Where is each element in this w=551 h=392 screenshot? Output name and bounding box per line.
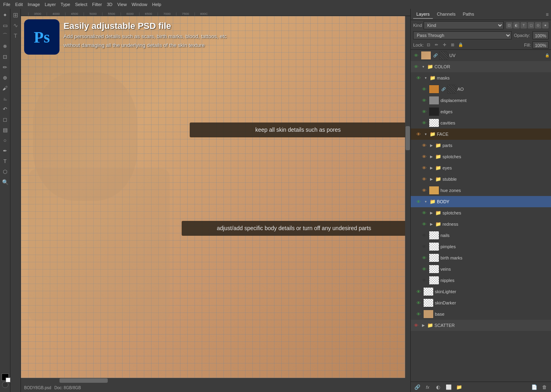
layer-eye-scatter[interactable]: 👁 <box>412 322 420 329</box>
tab-channels[interactable]: Channels <box>434 10 459 19</box>
layer-row-base[interactable]: 👁 base <box>411 308 551 320</box>
kind-icon-shape[interactable]: ◻ <box>528 22 534 29</box>
fx-button[interactable]: fx <box>424 383 432 391</box>
scroll-thumb-vertical[interactable] <box>406 126 410 150</box>
layer-expand-face[interactable]: ▾ <box>423 132 428 137</box>
layer-row-eyes[interactable]: 👁 ▶ 📁 eyes <box>411 162 551 174</box>
lock-transparent-icon[interactable]: ⊡ <box>425 42 432 48</box>
move-tool[interactable]: ✦ <box>1 10 10 19</box>
scroll-thumb-horizontal[interactable] <box>59 378 108 383</box>
crop-tool[interactable]: ⊡ <box>1 52 10 61</box>
canvas-scrollbar-horizontal[interactable] <box>21 378 405 383</box>
layer-row-nails[interactable]: 👁 nails <box>411 230 551 241</box>
layer-row-scatter-group[interactable]: 👁 ▶ 📁 SCATTER <box>411 320 551 331</box>
lock-all-icon[interactable]: 🔒 <box>457 42 464 48</box>
layer-row-skin-darker[interactable]: 👁 skinDarker <box>411 297 551 308</box>
menu-item-filter[interactable]: Filter <box>92 2 102 7</box>
layer-eye-splotches-body[interactable]: 👁 <box>420 209 428 216</box>
new-group-button[interactable]: 📁 <box>455 383 463 391</box>
layer-eye-base[interactable]: 👁 <box>415 310 422 318</box>
kind-select[interactable]: Kind <box>424 21 504 29</box>
layer-row-veins[interactable]: 👁 veins <box>411 263 551 275</box>
panel-menu-icon[interactable]: ≡ <box>546 12 549 17</box>
layer-eye-eyes[interactable]: 👁 <box>420 164 428 172</box>
menu-item-help[interactable]: Help <box>152 2 162 7</box>
delete-layer-button[interactable]: 🗑 <box>541 383 549 391</box>
layer-eye-hue-zones[interactable]: 👁 <box>420 187 428 194</box>
lock-artboard-icon[interactable]: ⊞ <box>449 42 456 48</box>
fill-value[interactable]: 100% <box>533 41 549 49</box>
layer-expand-splotches-face[interactable]: ▶ <box>429 154 434 159</box>
layer-eye-nails[interactable]: 👁 <box>420 232 428 239</box>
layer-eye-displacement[interactable]: 👁 <box>420 97 428 104</box>
opacity-value[interactable]: 100% <box>533 31 549 39</box>
history-tool[interactable]: ↶ <box>1 104 10 113</box>
layer-eye-edges[interactable]: 👁 <box>420 108 428 115</box>
layer-eye-body[interactable]: 👁 <box>415 198 422 205</box>
layer-eye-skin-lighter[interactable]: 👁 <box>415 288 422 295</box>
layer-eye-stubble[interactable]: 👁 <box>420 176 428 183</box>
tab-paths[interactable]: Paths <box>460 10 477 19</box>
layer-row-edges[interactable]: 👁 edges <box>411 106 551 117</box>
menu-item-window[interactable]: Window <box>131 2 147 7</box>
layer-row-stubble[interactable]: 👁 ▶ 📁 stubble <box>411 174 551 185</box>
menu-item-layer[interactable]: Layer <box>45 2 56 7</box>
layer-row-redness[interactable]: 👁 ▶ 📁 redness <box>411 218 551 230</box>
layer-row-masks[interactable]: 👁 ▾ 📁 masks <box>411 72 551 84</box>
adjustment-button[interactable]: ◐ <box>434 383 442 391</box>
gradient-tool[interactable]: ▤ <box>1 125 10 134</box>
lasso-tool[interactable]: ⌒ <box>1 31 10 40</box>
menu-item-select[interactable]: Select <box>75 2 88 7</box>
layer-expand-masks[interactable]: ▾ <box>423 76 428 80</box>
layer-eye-face[interactable]: 👁 <box>415 131 422 138</box>
layer-eye-veins[interactable]: 👁 <box>420 265 428 273</box>
layer-eye-redness[interactable]: 👁 <box>420 220 428 228</box>
zoom-tool[interactable]: 🔍 <box>1 178 10 186</box>
layer-expand-stubble[interactable]: ▶ <box>429 177 434 182</box>
layer-eye-cavities[interactable]: 👁 <box>420 119 428 127</box>
layer-row-skin-lighter[interactable]: 👁 skinLighter <box>411 286 551 297</box>
layer-eye-nipples[interactable]: 👁 <box>420 277 428 284</box>
clone-stamp-tool[interactable]: ⎁ <box>1 94 10 103</box>
marquee-tool[interactable]: ▭ <box>1 21 10 30</box>
menu-item-file[interactable]: File <box>3 2 10 7</box>
layer-row-cavities[interactable]: 👁 cavities <box>411 117 551 129</box>
layer-panel-icon[interactable]: ⊞ <box>11 10 20 19</box>
shape-tool[interactable]: ⬡ <box>1 167 10 176</box>
link-button[interactable]: 🔗 <box>413 383 421 391</box>
layer-eye-color[interactable]: 👁 <box>412 63 420 70</box>
layer-eye-uv[interactable]: 👁 <box>412 52 420 59</box>
text-tool[interactable]: T <box>1 157 10 165</box>
menu-item-view[interactable]: View <box>117 2 127 7</box>
lock-paint-icon[interactable]: ✏ <box>433 42 440 48</box>
mask-button[interactable]: ⬜ <box>444 383 453 391</box>
layer-eye-pimples[interactable]: 👁 <box>420 243 428 250</box>
layer-expand-parts[interactable]: ▶ <box>429 143 434 148</box>
layer-row-ao[interactable]: 👁 🔗 AO <box>411 84 551 95</box>
layer-row-splotches-body[interactable]: 👁 ▶ 📁 splotches <box>411 207 551 218</box>
layer-expand-splotches-body[interactable]: ▶ <box>429 210 434 215</box>
layer-row-body-group[interactable]: 👁 ▾ 📁 BODY <box>411 196 551 207</box>
brush-tool[interactable]: 🖌 <box>1 84 10 92</box>
layer-expand-scatter[interactable]: ▶ <box>421 323 426 328</box>
layer-row-hue-zones[interactable]: 👁 hue zones <box>411 185 551 196</box>
layer-eye-parts[interactable]: 👁 <box>420 142 428 149</box>
layer-eye-birth-marks[interactable]: 👁 <box>420 254 428 261</box>
layer-row-birth-marks[interactable]: 👁 birth marks <box>411 252 551 263</box>
layer-row-displacement[interactable]: 👁 displacement <box>411 95 551 106</box>
new-layer-button[interactable]: 📄 <box>530 383 538 391</box>
layer-row-color-group[interactable]: 👁 ▾ 📁 COLOR <box>411 61 551 72</box>
layer-eye-ao[interactable]: 👁 <box>420 86 428 93</box>
layer-expand-body[interactable]: ▾ <box>423 199 428 204</box>
brush-settings-icon[interactable]: ∿ <box>11 21 20 30</box>
canvas-scrollbar-vertical[interactable] <box>405 16 410 383</box>
layer-eye-masks[interactable]: 👁 <box>415 74 422 82</box>
kind-icon-smart[interactable]: ⊙ <box>535 22 541 29</box>
layer-row-nipples[interactable]: 👁 nipples <box>411 275 551 286</box>
layer-row-face-group[interactable]: 👁 ▾ 📁 FACE <box>411 129 551 140</box>
tab-layers[interactable]: Layers <box>413 10 433 19</box>
magic-wand-tool[interactable]: ✵ <box>1 42 10 51</box>
layer-eye-skin-darker[interactable]: 👁 <box>415 299 422 306</box>
menu-item-image[interactable]: Image <box>28 2 40 7</box>
layer-row-uv[interactable]: 👁 🔗 UV 🔒 <box>411 50 551 61</box>
